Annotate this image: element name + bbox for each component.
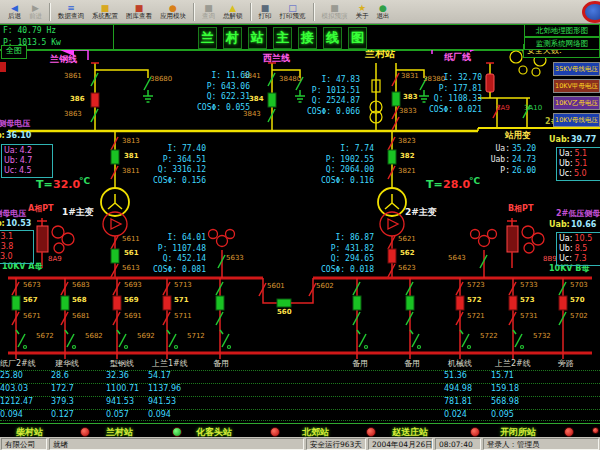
breaker-567-label: 567 [23, 297, 38, 304]
feeder-value: 781.81 [444, 398, 472, 406]
toolbar: ◀后退▶前进≡数据查询■系统配置■图库查看●应用模块■查询▲总解锁■打印□打印预… [0, 0, 600, 24]
breaker-573-label: 573 [520, 297, 535, 304]
station-led-red [270, 427, 280, 437]
feeder-value: 941.53 [148, 398, 176, 406]
statusbar-company: 有限公司 [1, 438, 47, 450]
breaker-384-label: 384 [249, 96, 264, 103]
full-map-button[interactable]: 全图 [1, 45, 27, 59]
bus-voltage-2-low-uab-label: Uab: [549, 221, 570, 229]
side-nav-button-2[interactable]: 10KV甲母电压 [553, 79, 600, 93]
switch-5693-label: 5693 [124, 282, 142, 289]
feeder-value: 159.18 [491, 385, 519, 393]
switch-5711-label: 5711 [174, 313, 192, 320]
toolbar-button-10[interactable]: □打印预览 [276, 0, 310, 23]
toolbar-button-label: 数据查询 [58, 13, 84, 20]
toolbar-button-label: 查询 [202, 13, 215, 20]
switch-3823-label: 3823 [398, 138, 416, 145]
station-transformer-label: 站用变 [505, 131, 531, 140]
feeder-value: 51.36 [444, 372, 467, 380]
switch-3821-label: 3821 [398, 168, 416, 175]
switch-5613-label: 5613 [122, 265, 140, 272]
breaker-386-label: 386 [70, 96, 85, 103]
switch-5681-label: 5681 [72, 313, 90, 320]
switch-5611-label: 5611 [122, 236, 140, 243]
feeder-value: 0.057 [106, 411, 129, 419]
feeder-value: 0.024 [444, 411, 467, 419]
toolbar-button-label: 总解锁 [223, 13, 243, 20]
transformer-1-high-measurements: I: 77.40P: 364.51Q: 3316.12COSΦ: 0.156 [140, 144, 206, 186]
title-char: 兰 [198, 27, 217, 49]
temp-2-prefix: T= [426, 179, 443, 190]
toolbar-button-5[interactable]: ■图库查看 [122, 0, 156, 23]
statusbar-time: 08:07:40 [435, 438, 481, 450]
feeder-value: 0.095 [491, 411, 514, 419]
toolbar-separator [250, 3, 252, 21]
bus-voltage-2-low-title: 2#低压侧母电压 [556, 210, 600, 218]
bus-voltage-1-high-uab-label: Uab: [0, 132, 5, 140]
transformer-2-label: 2#主变 [405, 208, 437, 217]
freq-value: 40.79 [17, 25, 41, 37]
bus-voltage-2-low: Ua:10.5Ub:8.5Uc:7.3 [556, 232, 600, 266]
feeder-name-3: 型钢线 [110, 360, 134, 368]
bus-voltage-2-low-uab-value: 10.66 [571, 221, 596, 229]
feeder-name-10: 旁路 [558, 360, 574, 368]
switch-3813-label: 3813 [122, 138, 140, 145]
toolbar-button-1[interactable]: ◀后退 [4, 0, 25, 23]
title-char: 站 [248, 27, 267, 49]
switch-5703-label: 5703 [570, 282, 588, 289]
feeder-name-9: 上兰2#线 [495, 360, 531, 368]
toolbar-button-11: ■模拟预演 [318, 0, 352, 23]
station-led-green [172, 427, 182, 437]
switch-5601-label: 5601 [267, 283, 285, 290]
toolbar-button-9[interactable]: ■打印 [255, 0, 276, 23]
toolbar-separator [49, 3, 51, 21]
feeder-zhichang-label: 纸厂线 [444, 53, 471, 62]
switch-5722-label: 5722 [480, 333, 498, 340]
nav-link-2[interactable]: 监测系统网络图 [524, 37, 600, 50]
switch-5623-label: 5623 [398, 265, 416, 272]
title-char: 图 [348, 27, 367, 49]
title-char: 线 [323, 27, 342, 49]
bus-voltage-1-low-uab-label: Uab: [0, 220, 5, 228]
feeder-value: 0.127 [51, 411, 74, 419]
nav-link-1[interactable]: 北郊地理图形图 [524, 24, 600, 37]
freq-label: F: [3, 25, 13, 37]
side-nav-button-4[interactable]: 10KV母线电压 [553, 113, 600, 127]
toolbar-button-3[interactable]: ≡数据查询 [54, 0, 88, 23]
station-led-red [366, 427, 376, 437]
side-nav-button-1[interactable]: 35KV母线电压 [553, 62, 600, 76]
switch-3811-label: 3811 [122, 168, 140, 175]
transformer-2-low-measurements: I: 86.87P: 431.82Q: 294.65COSΦ: 0.018 [306, 233, 374, 275]
corner-indicator [592, 427, 599, 434]
header-band: F: 40.79 Hz P: 1013.5 Kw 兰村站主接线图 [0, 24, 600, 50]
feeder-value: 54.17 [148, 372, 171, 380]
switch-5672-label: 5672 [36, 333, 54, 340]
toolbar-button-8[interactable]: ▲总解锁 [219, 0, 247, 23]
feeder-value: 1100.71 [106, 385, 139, 393]
toolbar-separator [193, 3, 195, 21]
breaker-560-label: 560 [277, 309, 292, 316]
toolbar-button-13[interactable]: ●退出 [373, 0, 394, 23]
toolbar-button-4[interactable]: ■系统配置 [88, 0, 122, 23]
feeder-name-8: 机械线 [448, 360, 472, 368]
bus-voltage-2-high: Ua:5.1Ub:5.1Uc:5.0 [556, 147, 600, 181]
toolbar-separator [313, 3, 315, 21]
toolbar-button-12[interactable]: ★关于 [352, 0, 373, 23]
toolbar-button-label: 打印预览 [280, 13, 306, 20]
side-nav-button-3[interactable]: 10KV乙母电压 [553, 96, 600, 110]
transformer-1-label: 1#主变 [62, 208, 94, 217]
switch-5643-label: 5643 [448, 255, 466, 262]
feeder-xilan-label: 西兰线 [263, 54, 290, 63]
switch-5721-label: 5721 [467, 313, 485, 320]
breaker-562-label: 562 [400, 250, 415, 257]
scada-window: ◀后退▶前进≡数据查询■系统配置■图库查看●应用模块■查询▲总解锁■打印□打印预… [0, 0, 600, 450]
switch-5682-label: 5682 [85, 333, 103, 340]
toolbar-button-6[interactable]: ●应用模块 [156, 0, 190, 23]
statusbar-safe-run: 安全运行963天 [306, 438, 366, 450]
pt-b-label: B相PT [508, 205, 533, 213]
transformer-2-high-measurements: I: 7.74P: 1902.55Q: 2064.00COSΦ: 0.116 [306, 144, 374, 186]
feeder-value: 1212.47 [0, 398, 33, 406]
feeder-name-7: 备用 [404, 360, 420, 368]
feeder-value: 28.6 [51, 372, 69, 380]
temp-2-unit: °C [469, 177, 480, 186]
